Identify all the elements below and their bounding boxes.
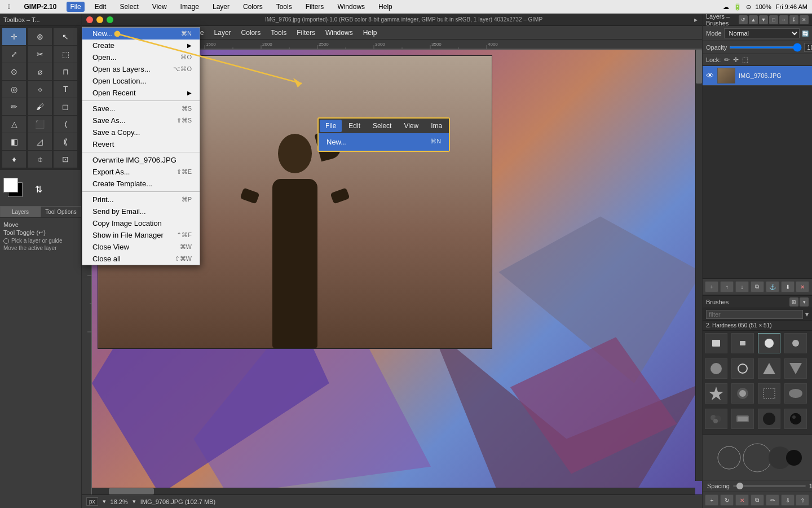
layer-visibility-toggle[interactable]: 👁 <box>706 71 714 80</box>
horizontal-scrollbar-thumb[interactable] <box>109 488 154 494</box>
mode-dropdown-icon[interactable]: 🔄 <box>802 30 809 37</box>
menu-item-revert[interactable]: Revert <box>82 138 200 150</box>
units-selector[interactable]: px <box>86 497 98 506</box>
rotate-tool[interactable]: ⌽ <box>28 151 52 168</box>
mac-image-menu-item[interactable]: Image <box>177 2 202 12</box>
lock-alpha-icon[interactable]: ⬚ <box>742 56 748 64</box>
paste-brush-button[interactable]: ⇩ <box>781 494 795 506</box>
gradient-tool[interactable]: ⟨ <box>54 116 77 133</box>
brushes-chevron-icon[interactable]: ▾ <box>800 297 809 306</box>
brush-item[interactable] <box>784 383 807 404</box>
blur-tool[interactable]: ⟪ <box>54 133 77 150</box>
spacing-slider[interactable] <box>733 485 806 487</box>
anchor-layer-button[interactable]: ⚓ <box>766 281 779 292</box>
duplicate-brush-button[interactable]: ⧉ <box>751 494 764 506</box>
clone-tool[interactable]: ◿ <box>28 133 52 150</box>
window-close-button[interactable] <box>86 16 93 23</box>
menu-item-open-as-layers[interactable]: Open as Layers... ⌥⌘O <box>82 63 200 75</box>
menu-item-save[interactable]: Save... ⌘S <box>82 103 200 115</box>
gimp-help-menu[interactable]: Help <box>359 28 382 38</box>
menu-item-export-as[interactable]: Export As... ⇧⌘E <box>82 166 200 178</box>
brush-item[interactable] <box>705 358 727 379</box>
menu-item-save-copy[interactable]: Save a Copy... <box>82 126 200 138</box>
mac-view-menu-item[interactable]: View <box>149 2 170 12</box>
title-right-btn[interactable]: ▸ <box>694 16 698 24</box>
brush-item[interactable] <box>731 333 754 353</box>
mode-select[interactable]: Normal <box>724 28 800 38</box>
gimp-filters-menu[interactable]: Filters <box>292 28 320 38</box>
menu-item-create-template[interactable]: Create Template... <box>82 178 200 190</box>
menu-item-close-all[interactable]: Close all ⇧⌘W <box>82 253 200 265</box>
lock-position-icon[interactable]: ✛ <box>733 56 739 64</box>
menu-item-new[interactable]: New... ⌘N <box>82 28 200 40</box>
mac-colors-menu-item[interactable]: Colors <box>240 2 266 12</box>
text-tool[interactable]: T <box>54 81 77 98</box>
mac-edit-menu-item[interactable]: Edit <box>91 2 110 12</box>
opacity-slider[interactable] <box>729 46 802 49</box>
heal-tool[interactable]: ◧ <box>2 133 26 150</box>
menu-item-show-file-manager[interactable]: Show in File Manager ⌃⌘F <box>82 229 200 241</box>
by-color-select-tool[interactable]: ◎ <box>2 81 26 98</box>
rh-icon-2[interactable]: ▲ <box>749 15 758 24</box>
paintbrush-tool[interactable]: 🖌 <box>28 98 52 115</box>
pointer-tool[interactable]: ↖ <box>54 28 77 45</box>
gimp-layer-menu[interactable]: Layer <box>210 28 236 38</box>
zoom-tool[interactable]: ⊕ <box>28 28 52 45</box>
scale-tool[interactable]: ⊡ <box>54 151 77 168</box>
mac-file-menu-item[interactable]: File <box>67 2 84 12</box>
brushes-grid-icon[interactable]: ⊞ <box>789 297 798 306</box>
scissors-tool[interactable]: ✂ <box>28 46 52 63</box>
dodge-tool[interactable]: ♦ <box>2 151 26 168</box>
horizontal-scrollbar[interactable] <box>92 488 695 494</box>
fuzzy-select-tool[interactable]: ⊓ <box>54 63 77 80</box>
rh-icon-7[interactable]: ✕ <box>800 15 809 24</box>
window-minimize-button[interactable] <box>96 16 103 23</box>
menu-item-close-view[interactable]: Close View ⌘W <box>82 241 200 253</box>
inline-ima-menu[interactable]: Ima <box>425 120 448 132</box>
mac-layer-menu-item[interactable]: Layer <box>209 2 233 12</box>
move-tool[interactable]: ✛ <box>2 28 26 45</box>
delete-brush-button[interactable]: ✕ <box>735 494 749 506</box>
gimp-app-menu-item[interactable]: GIMP-2.10 <box>20 2 60 12</box>
apple-menu-item[interactable]:  <box>5 2 14 12</box>
paths-tool[interactable]: ⟐ <box>28 81 52 98</box>
menu-item-copy-location[interactable]: Copy Image Location <box>82 217 200 229</box>
refresh-brushes-button[interactable]: ↻ <box>720 494 734 506</box>
free-select-tool[interactable]: ⌀ <box>28 63 52 80</box>
airbrush-tool[interactable]: △ <box>2 116 26 133</box>
pencil-tool[interactable]: ✏ <box>2 98 26 115</box>
inline-file-menu[interactable]: File <box>320 120 342 132</box>
brush-item[interactable] <box>705 409 727 429</box>
inline-new-item[interactable]: New... ⌘N <box>319 135 449 148</box>
menu-item-open-recent[interactable]: Open Recent ▶ <box>82 87 200 99</box>
brush-item[interactable] <box>758 358 780 379</box>
inline-edit-menu[interactable]: Edit <box>343 120 366 132</box>
duplicate-layer-button[interactable]: ⧉ <box>751 281 764 292</box>
filter-dropdown-icon[interactable]: ▾ <box>805 310 809 318</box>
brush-item[interactable] <box>758 409 780 429</box>
menu-item-save-as[interactable]: Save As... ⇧⌘S <box>82 115 200 126</box>
brush-item[interactable] <box>705 383 727 404</box>
menu-item-overwrite[interactable]: Overwrite IMG_9706.JPG <box>82 154 200 166</box>
vertical-scrollbar[interactable] <box>695 50 702 481</box>
edit-brush-button[interactable]: ✏ <box>766 494 779 506</box>
mac-help-menu-item[interactable]: Help <box>375 2 396 12</box>
brush-item[interactable] <box>758 383 780 404</box>
lower-layer-button[interactable]: ↓ <box>735 281 749 292</box>
mac-select-menu-item[interactable]: Select <box>116 2 142 12</box>
gimp-colors-menu[interactable]: Colors <box>237 28 266 38</box>
fill-tool[interactable]: ⬛ <box>28 116 52 133</box>
menu-item-create[interactable]: Create ▶ <box>82 40 200 51</box>
menu-item-open[interactable]: Open... ⌘O <box>82 51 200 63</box>
export-brush-button[interactable]: ⇧ <box>796 494 809 506</box>
inline-select-menu[interactable]: Select <box>367 120 397 132</box>
rh-icon-4[interactable]: □ <box>769 15 778 24</box>
brush-item[interactable] <box>731 358 754 379</box>
rect-select-tool[interactable]: ⬚ <box>54 46 77 63</box>
mac-filters-menu-item[interactable]: Filters <box>302 2 328 12</box>
brush-filter-input[interactable] <box>706 310 803 319</box>
tool-options-tab[interactable]: Tool Options <box>41 206 81 217</box>
brush-item[interactable] <box>705 333 727 353</box>
menu-item-send-email[interactable]: Send by Email... <box>82 205 200 217</box>
menu-item-print[interactable]: Print... ⌘P <box>82 194 200 205</box>
